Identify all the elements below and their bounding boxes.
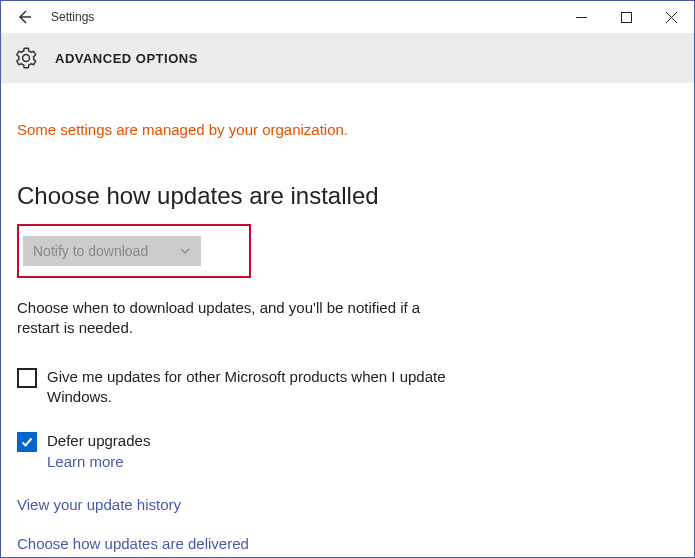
defer-upgrades-label: Defer upgrades: [47, 432, 150, 449]
chevron-down-icon: [179, 245, 191, 257]
back-button[interactable]: [11, 4, 37, 30]
view-history-link[interactable]: View your update history: [17, 496, 678, 513]
header-band: ADVANCED OPTIONS: [1, 33, 694, 83]
minimize-button[interactable]: [559, 2, 604, 32]
page-title: ADVANCED OPTIONS: [55, 51, 198, 66]
close-button[interactable]: [649, 2, 694, 32]
close-icon: [666, 12, 677, 23]
other-products-option[interactable]: Give me updates for other Microsoft prod…: [17, 367, 497, 408]
updates-delivered-link[interactable]: Choose how updates are delivered: [17, 535, 678, 552]
arrow-left-icon: [15, 8, 33, 26]
other-products-checkbox[interactable]: [17, 368, 37, 388]
defer-upgrades-option[interactable]: Defer upgrades Learn more: [17, 431, 497, 470]
maximize-icon: [621, 12, 632, 23]
other-products-label: Give me updates for other Microsoft prod…: [47, 367, 497, 408]
window-title: Settings: [51, 10, 94, 24]
defer-upgrades-checkbox[interactable]: [17, 432, 37, 452]
learn-more-link[interactable]: Learn more: [47, 453, 150, 470]
update-mode-dropdown: Notify to download: [23, 236, 201, 266]
content-area: Some settings are managed by your organi…: [1, 83, 694, 552]
defer-upgrades-text: Defer upgrades Learn more: [47, 431, 150, 470]
highlight-annotation: Notify to download: [17, 224, 251, 278]
window-controls: [559, 2, 694, 32]
checkmark-icon: [20, 435, 34, 449]
org-managed-notice: Some settings are managed by your organi…: [17, 121, 678, 138]
dropdown-value: Notify to download: [33, 243, 148, 259]
svg-rect-0: [622, 12, 632, 22]
section-heading: Choose how updates are installed: [17, 182, 678, 210]
minimize-icon: [576, 12, 587, 23]
titlebar-left: Settings: [1, 4, 94, 30]
titlebar: Settings: [1, 1, 694, 33]
update-mode-description: Choose when to download updates, and you…: [17, 298, 457, 339]
maximize-button[interactable]: [604, 2, 649, 32]
gear-icon: [15, 47, 37, 69]
